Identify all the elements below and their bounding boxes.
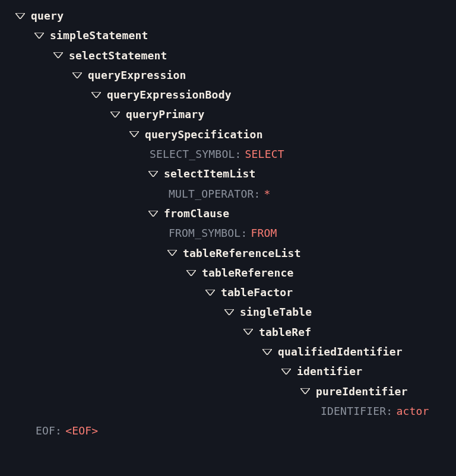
collapse-triangle-icon[interactable]	[300, 388, 310, 394]
token-name: IDENTIFIER:	[321, 401, 392, 421]
tree-row[interactable]: MULT_OPERATOR:*	[0, 184, 451, 204]
tree-row[interactable]: tableFactor	[0, 283, 451, 302]
token-value: *	[264, 184, 271, 204]
svg-marker-10	[186, 270, 196, 276]
rule-label: tableReferenceList	[183, 243, 301, 263]
rule-label: query	[31, 6, 64, 26]
tree-row[interactable]: selectItemList	[0, 164, 451, 183]
collapse-triangle-icon[interactable]	[72, 72, 82, 78]
svg-marker-11	[205, 290, 215, 296]
collapse-triangle-icon[interactable]	[243, 329, 253, 335]
tree-row[interactable]: tableReference	[0, 263, 451, 283]
tree-row[interactable]: singleTable	[0, 302, 451, 322]
svg-marker-9	[167, 250, 177, 256]
tree-row[interactable]: qualifiedIdentifier	[0, 342, 451, 361]
token-value: FROM	[251, 223, 277, 243]
tree-row[interactable]: fromClause	[0, 204, 451, 223]
collapse-triangle-icon[interactable]	[91, 92, 101, 98]
collapse-triangle-icon[interactable]	[167, 250, 177, 256]
collapse-triangle-icon[interactable]	[15, 13, 25, 19]
token-value: SELECT	[245, 144, 284, 164]
tree-row[interactable]: selectStatement	[0, 46, 451, 65]
tree-row[interactable]: query	[0, 6, 451, 26]
collapse-triangle-icon[interactable]	[148, 171, 158, 177]
rule-label: queryPrimary	[126, 104, 204, 124]
rule-label: selectItemList	[164, 164, 256, 183]
svg-marker-15	[281, 369, 291, 375]
svg-marker-6	[129, 131, 139, 137]
token-value: actor	[396, 401, 429, 421]
svg-marker-8	[148, 211, 158, 217]
collapse-triangle-icon[interactable]	[129, 131, 139, 137]
rule-label: tableRef	[259, 322, 311, 342]
rule-label: queryExpressionBody	[107, 85, 232, 104]
svg-marker-2	[53, 52, 63, 58]
rule-label: singleTable	[240, 302, 312, 322]
tree-row[interactable]: SELECT_SYMBOL:SELECT	[0, 144, 451, 164]
tree-row[interactable]: queryExpression	[0, 65, 451, 85]
svg-marker-1	[34, 33, 44, 39]
svg-marker-13	[243, 329, 253, 335]
rule-label: qualifiedIdentifier	[278, 342, 403, 361]
svg-marker-5	[110, 112, 120, 118]
collapse-triangle-icon[interactable]	[281, 369, 291, 375]
tree-row[interactable]: EOF:<EOF>	[0, 421, 451, 440]
rule-label: simpleStatement	[50, 26, 148, 45]
collapse-triangle-icon[interactable]	[205, 290, 215, 296]
tree-row[interactable]: simpleStatement	[0, 26, 451, 45]
svg-marker-14	[262, 349, 272, 355]
rule-label: fromClause	[164, 204, 229, 223]
tree-row[interactable]: queryPrimary	[0, 104, 451, 124]
rule-label: selectStatement	[69, 46, 167, 65]
tree-row[interactable]: tableReferenceList	[0, 243, 451, 263]
rule-label: tableFactor	[221, 283, 293, 302]
token-name: EOF:	[36, 421, 62, 440]
svg-marker-0	[15, 13, 25, 19]
rule-label: querySpecification	[145, 125, 263, 144]
collapse-triangle-icon[interactable]	[186, 270, 196, 276]
collapse-triangle-icon[interactable]	[110, 112, 120, 118]
token-name: SELECT_SYMBOL:	[150, 144, 242, 164]
tree-row[interactable]: pureIdentifier	[0, 382, 451, 401]
collapse-triangle-icon[interactable]	[148, 211, 158, 217]
svg-marker-7	[148, 171, 158, 177]
collapse-triangle-icon[interactable]	[262, 349, 272, 355]
rule-label: queryExpression	[88, 65, 186, 85]
collapse-triangle-icon[interactable]	[53, 52, 63, 58]
tree-row[interactable]: tableRef	[0, 322, 451, 342]
parse-tree: querysimpleStatementselectStatementquery…	[0, 0, 456, 447]
token-value: <EOF>	[65, 421, 98, 440]
svg-marker-12	[224, 309, 234, 315]
svg-marker-4	[91, 92, 101, 98]
tree-row[interactable]: FROM_SYMBOL:FROM	[0, 223, 451, 243]
svg-marker-3	[72, 72, 82, 78]
tree-row[interactable]: querySpecification	[0, 125, 451, 144]
rule-label: tableReference	[202, 263, 294, 283]
rule-label: pureIdentifier	[316, 382, 408, 401]
rule-label: identifier	[297, 361, 362, 381]
tree-row[interactable]: queryExpressionBody	[0, 85, 451, 104]
tree-row[interactable]: IDENTIFIER:actor	[0, 401, 451, 421]
token-name: MULT_OPERATOR:	[169, 184, 261, 204]
token-name: FROM_SYMBOL:	[169, 223, 247, 243]
collapse-triangle-icon[interactable]	[34, 33, 44, 39]
tree-row[interactable]: identifier	[0, 361, 451, 381]
collapse-triangle-icon[interactable]	[224, 309, 234, 315]
svg-marker-16	[300, 388, 310, 394]
